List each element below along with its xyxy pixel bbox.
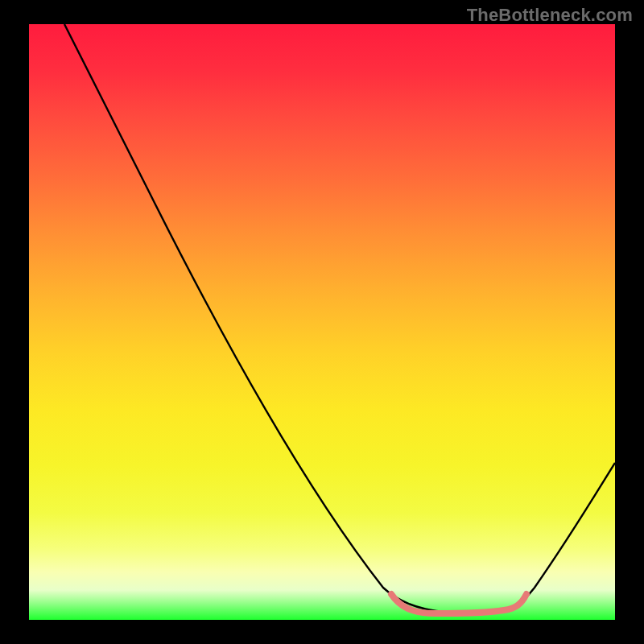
chart-frame: TheBottleneck.com xyxy=(0,0,644,644)
bottleneck-curve xyxy=(29,24,615,620)
watermark-text: TheBottleneck.com xyxy=(467,5,633,26)
optimal-range-highlight xyxy=(391,594,526,613)
plot-area xyxy=(29,24,615,620)
main-curve-path xyxy=(64,24,615,613)
